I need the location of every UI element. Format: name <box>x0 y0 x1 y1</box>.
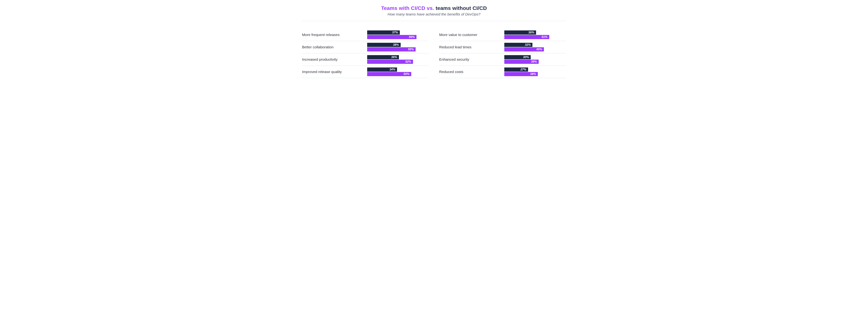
bar-with-cicd: 38% <box>504 72 538 76</box>
category-label: Improved release quality <box>302 69 367 74</box>
chart-row: Improved release quality34%50% <box>302 66 429 78</box>
chart-title-accent: Teams with CI/CD vs. <box>381 5 436 11</box>
bar-group: 34%50% <box>367 67 429 76</box>
chart-row: Reduced lead times32%45% <box>439 41 566 53</box>
category-label: More value to customer <box>439 32 504 37</box>
category-label: Enhanced security <box>439 57 504 61</box>
bar-without-cicd: 32% <box>504 43 532 47</box>
bar-with-cicd: 55% <box>367 47 415 52</box>
bar-value: 51% <box>541 35 548 39</box>
bar-value: 32% <box>525 43 531 47</box>
bar-value: 52% <box>405 60 411 63</box>
chart-row: Enhanced security30%39% <box>439 53 566 66</box>
category-label: Increased productivity <box>302 57 367 61</box>
chart-column: More value to customer36%51%Reduced lead… <box>439 29 566 78</box>
bar-value: 37% <box>392 31 398 34</box>
bar-value: 55% <box>408 48 414 51</box>
bar-value: 38% <box>393 43 399 47</box>
bar-without-cicd: 37% <box>367 30 400 35</box>
chart-column: More frequent releases37%56%Better colla… <box>302 29 429 78</box>
bar-value: 38% <box>530 72 536 76</box>
bar-group: 32%45% <box>504 43 566 52</box>
bar-group: 36%52% <box>367 55 429 64</box>
bar-with-cicd: 50% <box>367 72 411 76</box>
chart-row: Reduced costs27%38% <box>439 66 566 78</box>
bar-group: 27%38% <box>504 67 566 76</box>
chart-row: Better collaboration38%55% <box>302 41 429 53</box>
chart-row: Increased productivity36%52% <box>302 53 429 66</box>
bar-without-cicd: 27% <box>504 67 528 72</box>
bar-with-cicd: 56% <box>367 35 416 39</box>
bar-value: 50% <box>404 72 409 76</box>
bar-without-cicd: 34% <box>367 67 397 72</box>
bar-value: 56% <box>409 35 415 39</box>
bar-without-cicd: 36% <box>367 55 399 59</box>
category-label: Reduced costs <box>439 69 504 74</box>
bar-value: 30% <box>523 55 529 59</box>
chart-row: More value to customer36%51% <box>439 29 566 41</box>
chart-title-wrap: Teams with CI/CD vs. teams without CI/CD <box>302 5 566 11</box>
bar-group: 30%39% <box>504 55 566 64</box>
chart-columns: More frequent releases37%56%Better colla… <box>302 29 566 78</box>
bar-with-cicd: 51% <box>504 35 549 39</box>
bar-group: 38%55% <box>367 43 429 52</box>
bar-value: 36% <box>391 55 397 59</box>
category-label: More frequent releases <box>302 32 367 37</box>
bar-without-cicd: 30% <box>504 55 531 59</box>
chart-row: More frequent releases37%56% <box>302 29 429 41</box>
category-label: Reduced lead times <box>439 45 504 49</box>
chart-title: Teams with CI/CD vs. teams without CI/CD <box>381 5 487 11</box>
bar-value: 34% <box>390 68 395 71</box>
bar-value: 36% <box>528 31 534 34</box>
bar-value: 45% <box>536 48 542 51</box>
bar-with-cicd: 52% <box>367 60 413 64</box>
bar-without-cicd: 36% <box>504 30 536 35</box>
bar-value: 27% <box>521 68 526 71</box>
bar-value: 39% <box>531 60 537 63</box>
bar-with-cicd: 39% <box>504 60 539 64</box>
bar-without-cicd: 38% <box>367 43 401 47</box>
bar-group: 37%56% <box>367 30 429 39</box>
bar-with-cicd: 45% <box>504 47 544 52</box>
chart-container: Teams with CI/CD vs. teams without CI/CD… <box>302 0 566 85</box>
chart-title-dark: teams without CI/CD <box>436 5 487 11</box>
category-label: Better collaboration <box>302 45 367 49</box>
chart-subtitle: How many teams have achieved the benefit… <box>302 12 566 16</box>
bar-group: 36%51% <box>504 30 566 39</box>
